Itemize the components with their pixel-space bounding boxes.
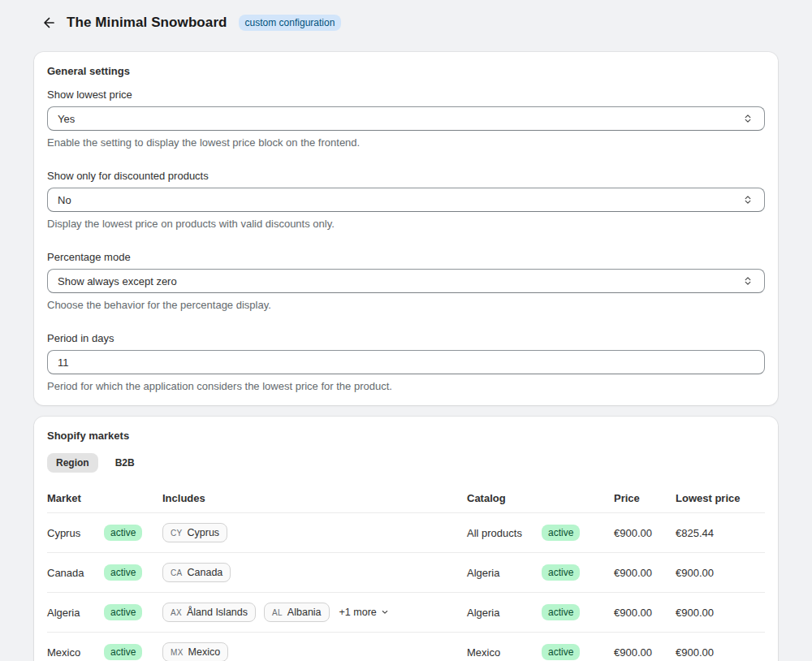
country-code: MX	[171, 648, 184, 657]
table-row: Cyprus active CY Cyprus All products act…	[47, 513, 765, 553]
market-cell: Algeria active	[47, 604, 162, 620]
back-arrow-icon	[41, 15, 57, 31]
field-show-lowest-price: Show lowest price Yes Enable the setting…	[47, 89, 765, 149]
includes-cell: CA Canada	[162, 563, 467, 582]
column-header-price: Price	[614, 492, 676, 504]
lowest-price-cell: €825.44	[676, 527, 765, 539]
field-help: Period for which the application conside…	[47, 380, 765, 392]
page-header: The Minimal Snowboard custom configurati…	[34, 11, 778, 34]
table-row: Mexico active MX Mexico Mexico active €9…	[47, 633, 765, 661]
column-header-includes: Includes	[162, 492, 467, 504]
period-in-days-input[interactable]	[47, 350, 765, 374]
catalog-cell: All products active	[467, 525, 614, 541]
country-name: Cyprus	[188, 527, 220, 538]
lowest-price-cell: €900.00	[676, 567, 765, 579]
price-cell: €900.00	[614, 527, 676, 539]
discounted-products-select[interactable]: No	[47, 188, 765, 212]
markets-tabs: Region B2B	[47, 453, 765, 473]
price-cell: €900.00	[614, 567, 676, 579]
market-name: Canada	[47, 567, 84, 579]
includes-cell: AX Åland Islands AL Albania +1 more	[162, 603, 467, 622]
general-settings-title: General settings	[47, 65, 765, 77]
field-help: Display the lowest price on products wit…	[47, 218, 765, 230]
catalog-status-badge: active	[542, 644, 580, 660]
country-chip: CA Canada	[162, 563, 231, 582]
field-label: Period in days	[47, 332, 765, 344]
show-lowest-price-select[interactable]: Yes	[47, 106, 765, 131]
country-code: CA	[171, 568, 183, 577]
country-name: Åland Islands	[187, 607, 248, 618]
catalog-name: Algeria	[467, 607, 499, 619]
catalog-name: All products	[467, 527, 522, 539]
table-row: Canada active CA Canada Algeria active €…	[47, 553, 765, 593]
country-chip: AX Åland Islands	[162, 603, 256, 622]
field-period-in-days: Period in days Period for which the appl…	[47, 332, 765, 392]
market-name: Cyprus	[47, 527, 80, 539]
catalog-cell: Mexico active	[467, 644, 614, 660]
catalog-cell: Algeria active	[467, 564, 614, 581]
price-cell: €900.00	[614, 646, 676, 659]
field-label: Show only for discounted products	[47, 170, 765, 182]
field-show-only-discounted: Show only for discounted products No Dis…	[47, 170, 765, 230]
select-value: Yes	[58, 113, 75, 125]
catalog-status-badge: active	[542, 564, 580, 581]
market-name: Mexico	[47, 646, 80, 659]
country-chip: MX Mexico	[162, 642, 228, 661]
table-header-row: Market Includes Catalog Price Lowest pri…	[47, 486, 765, 513]
field-help: Choose the behavior for the percentage d…	[47, 299, 765, 311]
catalog-name: Mexico	[467, 646, 500, 659]
lowest-price-cell: €900.00	[676, 646, 765, 659]
field-label: Show lowest price	[47, 89, 765, 101]
market-cell: Mexico active	[47, 644, 162, 660]
tab-region[interactable]: Region	[47, 453, 98, 473]
general-settings-card: General settings Show lowest price Yes E…	[34, 52, 778, 405]
column-header-market: Market	[47, 492, 162, 504]
market-name: Algeria	[47, 607, 80, 619]
select-updown-icon	[741, 112, 754, 125]
field-help: Enable the setting to display the lowest…	[47, 136, 765, 149]
percentage-mode-select[interactable]: Show always except zero	[47, 269, 765, 293]
select-updown-icon	[741, 193, 754, 206]
country-name: Canada	[188, 567, 223, 578]
country-name: Mexico	[188, 646, 221, 658]
country-code: AX	[171, 608, 182, 617]
shopify-markets-title: Shopify markets	[47, 430, 765, 442]
catalog-status-badge: active	[542, 604, 580, 620]
column-header-catalog: Catalog	[467, 492, 614, 504]
field-label: Percentage mode	[47, 251, 765, 263]
market-status-badge: active	[104, 604, 142, 620]
markets-table: Market Includes Catalog Price Lowest pri…	[47, 486, 765, 661]
column-header-lowest-price: Lowest price	[676, 492, 765, 504]
select-value: Show always except zero	[58, 275, 177, 287]
config-badge: custom configuration	[239, 15, 342, 31]
catalog-status-badge: active	[542, 525, 580, 541]
includes-cell: CY Cyprus	[162, 523, 467, 542]
price-cell: €900.00	[614, 607, 676, 619]
catalog-name: Algeria	[467, 567, 499, 579]
market-status-badge: active	[104, 644, 142, 660]
catalog-cell: Algeria active	[467, 604, 614, 620]
select-value: No	[58, 194, 71, 206]
select-updown-icon	[741, 274, 754, 287]
market-cell: Cyprus active	[47, 525, 162, 541]
market-cell: Canada active	[47, 564, 162, 581]
field-percentage-mode: Percentage mode Show always except zero …	[47, 251, 765, 311]
country-chip: AL Albania	[264, 603, 330, 622]
country-chip: CY Cyprus	[162, 523, 227, 542]
country-code: AL	[272, 608, 283, 617]
includes-cell: MX Mexico	[162, 642, 467, 661]
market-status-badge: active	[104, 564, 142, 581]
country-name: Albania	[287, 607, 322, 618]
tab-b2b[interactable]: B2B	[106, 453, 144, 473]
back-button[interactable]	[39, 13, 58, 32]
market-status-badge: active	[104, 525, 142, 541]
show-more-countries-button[interactable]: +1 more	[338, 605, 391, 620]
more-label: +1 more	[339, 607, 377, 618]
table-row: Algeria active AX Åland Islands AL Alban…	[47, 593, 765, 633]
page-title: The Minimal Snowboard	[67, 15, 227, 31]
country-code: CY	[171, 529, 183, 538]
chevron-down-icon	[380, 607, 390, 617]
shopify-markets-card: Shopify markets Region B2B Market Includ…	[34, 417, 778, 661]
lowest-price-cell: €900.00	[676, 607, 765, 619]
